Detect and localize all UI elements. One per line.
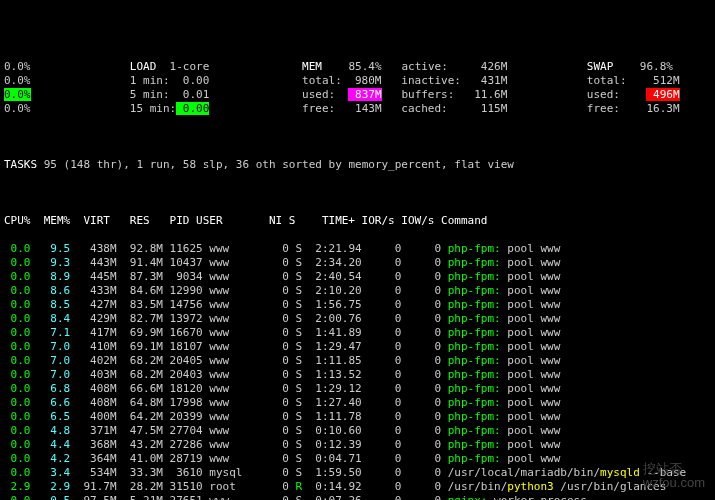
tasks-label: TASKS [4,158,37,171]
process-row[interactable]: 0.0 7.0 403M 68.2M 20403 www 0 S 1:13.52… [4,368,711,382]
process-row[interactable]: 0.0 6.8 408M 66.6M 18120 www 0 S 1:29.12… [4,382,711,396]
process-row[interactable]: 0.0 7.1 417M 69.9M 16670 www 0 S 1:41.89… [4,326,711,340]
process-row[interactable]: 0.0 7.0 410M 69.1M 18107 www 0 S 1:29.47… [4,340,711,354]
process-header: CPU% MEM% VIRT RES PID USER NI S TIME+ I… [4,214,711,228]
process-row[interactable]: 0.0 7.0 402M 68.2M 20405 www 0 S 1:11.85… [4,354,711,368]
process-row[interactable]: 0.0 9.3 443M 91.4M 10437 www 0 S 2:34.20… [4,256,711,270]
process-row[interactable]: 0.0 9.5 438M 92.8M 11625 www 0 S 2:21.94… [4,242,711,256]
process-row[interactable]: 0.0 8.6 433M 84.6M 12990 www 0 S 2:10.20… [4,284,711,298]
process-row[interactable]: 0.0 3.4 534M 33.3M 3610 mysql 0 S 1:59.5… [4,466,711,480]
process-row[interactable]: 0.0 8.5 427M 83.5M 14756 www 0 S 1:56.75… [4,298,711,312]
process-row[interactable]: 0.0 6.6 408M 64.8M 17998 www 0 S 1:27.40… [4,396,711,410]
tasks-text: 95 (148 thr), 1 run, 58 slp, 36 oth sort… [44,158,514,171]
process-row[interactable]: 0.0 4.8 371M 47.5M 27704 www 0 S 0:10.60… [4,424,711,438]
process-row[interactable]: 0.0 8.9 445M 87.3M 9034 www 0 S 2:40.54 … [4,270,711,284]
process-row[interactable]: 0.0 4.4 368M 43.2M 27286 www 0 S 0:12.39… [4,438,711,452]
process-row[interactable]: 0.0 6.5 400M 64.2M 20399 www 0 S 1:11.78… [4,410,711,424]
process-row[interactable]: 0.0 4.2 364M 41.0M 28719 www 0 S 0:04.71… [4,452,711,466]
process-row[interactable]: 0.0 8.4 429M 82.7M 13972 www 0 S 2:00.76… [4,312,711,326]
summary-block: 0.0% LOAD 1-core MEM 85.4% active: 426M … [4,60,711,116]
process-list: 0.0 9.5 438M 92.8M 11625 www 0 S 2:21.94… [4,242,711,500]
process-row[interactable]: 0.0 0.5 97.5M 5.21M 27651 www 0 S 0:07.2… [4,494,711,500]
process-row[interactable]: 2.9 2.9 91.7M 28.2M 31510 root 0 R 0:14.… [4,480,711,494]
